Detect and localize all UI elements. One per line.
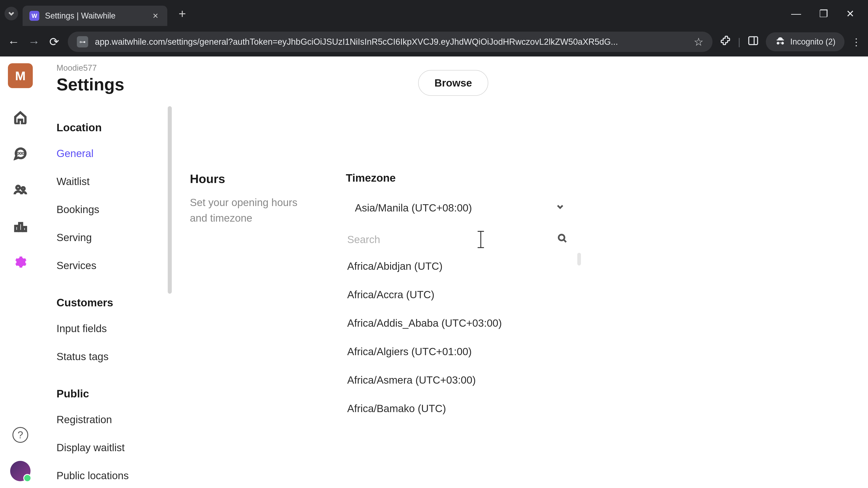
incognito-badge[interactable]: Incognito (2) (766, 32, 844, 51)
maximize-icon[interactable]: ❐ (819, 8, 828, 20)
browser-chrome: W Settings | Waitwhile × + — ❐ ✕ ← → ⟳ ⊶… (0, 0, 868, 57)
timezone-option[interactable]: Africa/Asmera (UTC+03:00) (346, 366, 572, 394)
home-icon[interactable] (13, 111, 27, 124)
close-window-icon[interactable]: ✕ (846, 8, 855, 20)
toolbar-divider: | (738, 36, 740, 47)
nav-item-display-waitlist[interactable]: Display waitlist (57, 442, 163, 454)
search-icon (557, 233, 567, 246)
timezone-option[interactable]: Africa/Algiers (UTC+01:00) (346, 337, 572, 366)
timezone-option[interactable]: Africa/Bamako (UTC) (346, 394, 572, 423)
svg-point-6 (22, 187, 25, 190)
tab-bar: W Settings | Waitwhile × + — ❐ ✕ (0, 0, 868, 27)
svg-rect-9 (23, 227, 26, 231)
browser-tab[interactable]: W Settings | Waitwhile × (23, 6, 167, 26)
nav-item-registration[interactable]: Registration (57, 414, 163, 426)
nav-section-title: Customers (57, 296, 163, 309)
new-tab-button[interactable]: + (179, 6, 186, 21)
org-avatar[interactable]: M (8, 63, 33, 88)
nav-section-public: Public Registration Display waitlist Pub… (57, 387, 163, 482)
settings-icon[interactable] (13, 255, 27, 269)
timezone-search-row (346, 227, 572, 252)
timezone-option[interactable]: Africa/Abidjan (UTC) (346, 252, 572, 281)
svg-point-3 (20, 153, 21, 154)
svg-line-11 (564, 240, 566, 242)
svg-rect-8 (19, 223, 22, 231)
nav-item-input-fields[interactable]: Input fields (57, 322, 163, 335)
timezone-option[interactable]: Africa/Addis_Ababa (UTC+03:00) (346, 309, 572, 337)
browser-menu-icon[interactable]: ⋮ (851, 36, 861, 48)
minimize-icon[interactable]: — (791, 8, 801, 20)
nav-item-public-locations[interactable]: Public locations (57, 469, 163, 482)
svg-rect-7 (16, 226, 18, 231)
timezone-selected-value: Asia/Manila (UTC+08:00) (355, 202, 472, 214)
nav-item-bookings[interactable]: Bookings (57, 203, 163, 216)
incognito-label: Incognito (2) (790, 37, 835, 46)
nav-section-location: Location General Waitlist Bookings Servi… (57, 121, 163, 271)
svg-point-10 (559, 235, 565, 240)
nav-section-customers: Customers Input fields Status tags (57, 296, 163, 363)
extensions-icon[interactable] (719, 35, 731, 49)
waitwhile-favicon: W (29, 11, 39, 21)
url-bar: ← → ⟳ ⊶ app.waitwhile.com/settings/gener… (0, 27, 868, 57)
tab-title: Settings | Waitwhile (45, 11, 147, 21)
timezone-option[interactable]: Africa/Accra (UTC) (346, 281, 572, 309)
timezone-list-scrollbar[interactable] (577, 253, 581, 265)
analytics-icon[interactable] (13, 219, 27, 233)
nav-item-status-tags[interactable]: Status tags (57, 350, 163, 363)
nav-section-title: Location (57, 121, 163, 134)
side-panel-icon[interactable] (747, 35, 759, 49)
svg-point-4 (23, 153, 24, 154)
page-title: Settings (57, 74, 163, 94)
app-root: M ? Moodie577 Settings Location General … (0, 57, 868, 488)
svg-point-5 (17, 186, 20, 189)
url-text: app.waitwhile.com/settings/general?authT… (95, 37, 687, 47)
close-tab-icon[interactable]: × (153, 10, 158, 21)
nav-item-services[interactable]: Services (57, 259, 163, 271)
users-icon[interactable] (13, 183, 27, 197)
window-controls: — ❐ ✕ (791, 8, 864, 20)
forward-button[interactable]: → (27, 35, 41, 48)
chat-icon[interactable] (13, 147, 27, 160)
main-content: Browse Hours Set your opening hours and … (172, 57, 868, 488)
nav-section-title: Public (57, 387, 163, 400)
timezone-select[interactable]: Asia/Manila (UTC+08:00) (346, 195, 572, 220)
browse-button[interactable]: Browse (418, 70, 488, 96)
nav-item-serving[interactable]: Serving (57, 231, 163, 243)
hours-title: Hours (190, 172, 316, 186)
nav-item-waitlist[interactable]: Waitlist (57, 175, 163, 188)
svg-point-2 (18, 153, 19, 154)
site-info-icon[interactable]: ⊶ (77, 36, 88, 47)
nav-item-general[interactable]: General (57, 147, 163, 160)
timezone-label: Timezone (346, 172, 572, 184)
chevron-down-icon (555, 202, 565, 214)
timezone-option-list: Africa/Abidjan (UTC) Africa/Accra (UTC) … (346, 252, 572, 423)
timezone-search-input[interactable] (346, 233, 557, 246)
bookmark-star-icon[interactable]: ☆ (694, 35, 704, 48)
help-icon[interactable]: ? (12, 427, 28, 443)
url-field[interactable]: ⊶ app.waitwhile.com/settings/general?aut… (68, 32, 712, 52)
incognito-icon (775, 36, 786, 47)
hours-section: Hours Set your opening hours and timezon… (190, 172, 850, 423)
back-button[interactable]: ← (7, 35, 20, 48)
profile-avatar[interactable] (10, 461, 31, 481)
reload-button[interactable]: ⟳ (48, 35, 61, 48)
hours-subtitle: Set your opening hours and timezone (190, 195, 316, 226)
svg-rect-0 (749, 37, 757, 45)
icon-rail: M ? (0, 57, 41, 488)
settings-nav: Moodie577 Settings Location General Wait… (41, 57, 172, 488)
tab-list-dropdown[interactable] (4, 7, 18, 20)
org-name: Moodie577 (57, 63, 163, 73)
